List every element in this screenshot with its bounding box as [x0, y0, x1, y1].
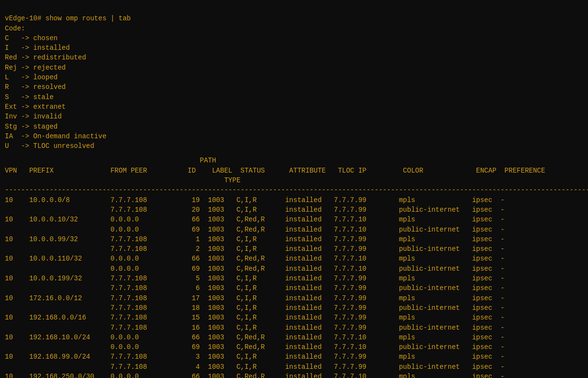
table-row: 10 192.168.10.0/24 0.0.0.0 66 1003 C,Red… — [5, 333, 583, 342]
legend-item: Ext -> extranet — [5, 102, 583, 112]
legend-item: R -> resolved — [5, 82, 583, 92]
table-row: 10 192.168.0.0/16 7.7.7.108 15 1003 C,I,… — [5, 313, 583, 322]
table-row: 10 10.0.0.110/32 0.0.0.0 66 1003 C,Red,R… — [5, 254, 583, 263]
legend-item: Stg -> staged — [5, 122, 583, 131]
legend-item: Red -> redistributed — [5, 53, 583, 62]
table-row: 7.7.7.108 18 1003 C,I,R installed 7.7.7.… — [5, 303, 583, 313]
table-row: 10 192.168.99.0/24 7.7.7.108 3 1003 C,I,… — [5, 352, 583, 362]
code-label: Code: — [5, 25, 25, 32]
table-row: 10 10.0.0.10/32 0.0.0.0 66 1003 C,Red,R … — [5, 215, 583, 224]
table-row: 0.0.0.0 69 1003 C,Red,R installed 7.7.7.… — [5, 225, 583, 234]
table-header-row2: VPN PREFIX FROM PEER ID LABEL STATUS ATT… — [5, 166, 583, 175]
legend-item: Inv -> invalid — [5, 112, 583, 121]
table-row: 7.7.7.108 6 1003 C,I,R installed 7.7.7.9… — [5, 283, 583, 293]
legend-item: Rej -> rejected — [5, 63, 583, 73]
terminal-output: vEdge-10# show omp routes | tab Code: — [5, 4, 583, 33]
table-section: PATHVPN PREFIX FROM PEER ID LABEL STATUS… — [5, 156, 583, 378]
table-row: 10 172.16.0.0/12 7.7.7.108 17 1003 C,I,R… — [5, 293, 583, 303]
legend-item: C -> chosen — [5, 33, 583, 43]
table-row: 10 10.0.0.199/32 7.7.7.108 5 1003 C,I,R … — [5, 274, 583, 283]
table-row: 10 10.0.0.0/8 7.7.7.108 19 1003 C,I,R in… — [5, 195, 583, 205]
table-row: 7.7.7.108 4 1003 C,I,R installed 7.7.7.9… — [5, 362, 583, 372]
table-row: 10 192.168.250.0/30 0.0.0.0 66 1003 C,Re… — [5, 372, 583, 378]
legend-item: I -> installed — [5, 43, 583, 53]
table-row: 7.7.7.108 20 1003 C,I,R installed 7.7.7.… — [5, 205, 583, 215]
table-header-row1: PATH — [5, 156, 583, 165]
table-row: 7.7.7.108 16 1003 C,I,R installed 7.7.7.… — [5, 323, 583, 333]
legend-item: L -> looped — [5, 73, 583, 82]
table-row: 0.0.0.0 69 1003 C,Red,R installed 7.7.7.… — [5, 264, 583, 274]
legend-item: U -> TLOC unresolved — [5, 141, 583, 151]
table-header-row3: TYPE — [5, 175, 583, 185]
legend-item: IA -> On-demand inactive — [5, 131, 583, 141]
table-row: 0.0.0.0 69 1003 C,Red,R installed 7.7.7.… — [5, 342, 583, 352]
legend-section: C -> chosenI -> installedRed -> redistri… — [5, 33, 583, 151]
command-line: vEdge-10# show omp routes | tab — [5, 15, 131, 22]
legend-item: S -> stale — [5, 92, 583, 102]
table-divider: ----------------------------------------… — [5, 185, 583, 195]
table-row: 7.7.7.108 2 1003 C,I,R installed 7.7.7.9… — [5, 244, 583, 254]
table-row: 10 10.0.0.99/32 7.7.7.108 1 1003 C,I,R i… — [5, 234, 583, 244]
